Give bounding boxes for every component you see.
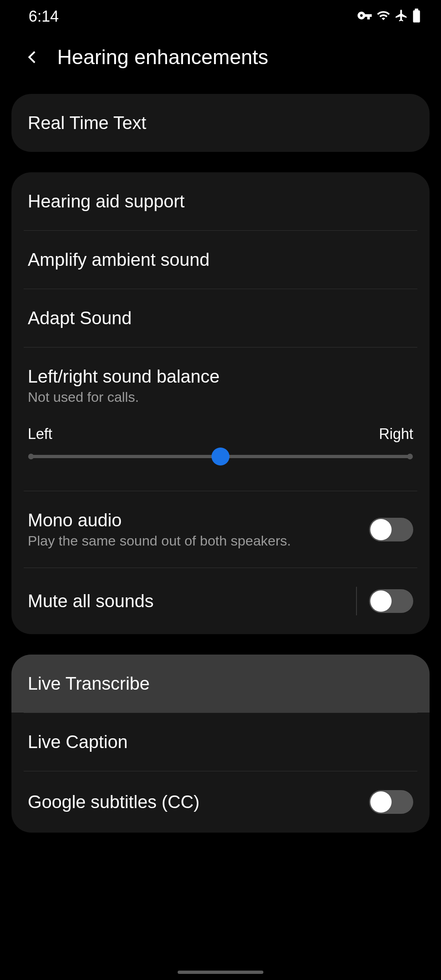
slider-labels: Left Right <box>28 425 413 443</box>
navigation-handle[interactable] <box>178 971 263 974</box>
row-mono-audio[interactable]: Mono audio Play the same sound out of bo… <box>11 491 430 568</box>
row-title: Live Transcribe <box>28 673 413 694</box>
row-adapt-sound[interactable]: Adapt Sound <box>11 289 430 347</box>
mono-audio-toggle[interactable] <box>369 518 413 541</box>
card-sound-settings: Hearing aid support Amplify ambient soun… <box>11 172 430 634</box>
row-title: Left/right sound balance <box>28 366 413 387</box>
svg-rect-1 <box>415 9 419 11</box>
toggle-thumb <box>370 590 392 612</box>
row-title: Live Caption <box>28 732 413 752</box>
row-text: Mute all sounds <box>28 591 356 611</box>
row-title: Amplify ambient sound <box>28 249 413 270</box>
vertical-divider <box>356 587 357 615</box>
row-title: Mono audio <box>28 510 357 530</box>
row-mute-all-sounds[interactable]: Mute all sounds <box>11 568 430 634</box>
toggle-thumb <box>370 791 392 813</box>
mute-all-sounds-toggle[interactable] <box>369 589 413 613</box>
card-captions: Live Transcribe Live Caption Google subt… <box>11 655 430 833</box>
row-text: Mono audio Play the same sound out of bo… <box>28 510 369 549</box>
card-rtt: Real Time Text <box>11 94 430 152</box>
row-google-subtitles[interactable]: Google subtitles (CC) <box>11 771 430 833</box>
header: Hearing enhancements <box>0 33 441 94</box>
sound-balance-slider[interactable] <box>31 455 410 458</box>
sound-balance-slider-block: Left Right <box>11 409 430 491</box>
page-title: Hearing enhancements <box>57 45 268 69</box>
row-hearing-aid-support[interactable]: Hearing aid support <box>11 172 430 230</box>
vpn-key-icon <box>357 8 372 25</box>
row-title: Real Time Text <box>28 113 413 133</box>
row-subtitle: Play the same sound out of both speakers… <box>28 533 357 549</box>
slider-label-left: Left <box>28 425 52 443</box>
row-title: Mute all sounds <box>28 591 344 611</box>
back-button[interactable] <box>20 45 45 69</box>
row-title: Adapt Sound <box>28 308 413 328</box>
row-title: Hearing aid support <box>28 191 413 212</box>
row-text: Google subtitles (CC) <box>28 792 369 812</box>
svg-rect-0 <box>413 10 420 22</box>
wifi-icon <box>376 9 390 24</box>
row-live-caption[interactable]: Live Caption <box>11 713 430 771</box>
row-title: Google subtitles (CC) <box>28 792 357 812</box>
row-amplify-ambient-sound[interactable]: Amplify ambient sound <box>11 231 430 289</box>
google-subtitles-toggle[interactable] <box>369 790 413 814</box>
row-sound-balance: Left/right sound balance Not used for ca… <box>11 347 430 409</box>
airplane-icon <box>394 9 408 24</box>
slider-thumb[interactable] <box>212 448 229 466</box>
slider-label-right: Right <box>379 425 413 443</box>
status-icons <box>357 8 421 25</box>
toggle-thumb <box>370 519 392 540</box>
row-subtitle: Not used for calls. <box>28 389 413 405</box>
chevron-left-icon <box>24 49 41 65</box>
status-bar: 6:14 <box>0 0 441 33</box>
row-live-transcribe[interactable]: Live Transcribe <box>11 655 430 713</box>
row-real-time-text[interactable]: Real Time Text <box>11 94 430 152</box>
status-time: 6:14 <box>29 8 59 25</box>
battery-icon <box>412 9 421 24</box>
